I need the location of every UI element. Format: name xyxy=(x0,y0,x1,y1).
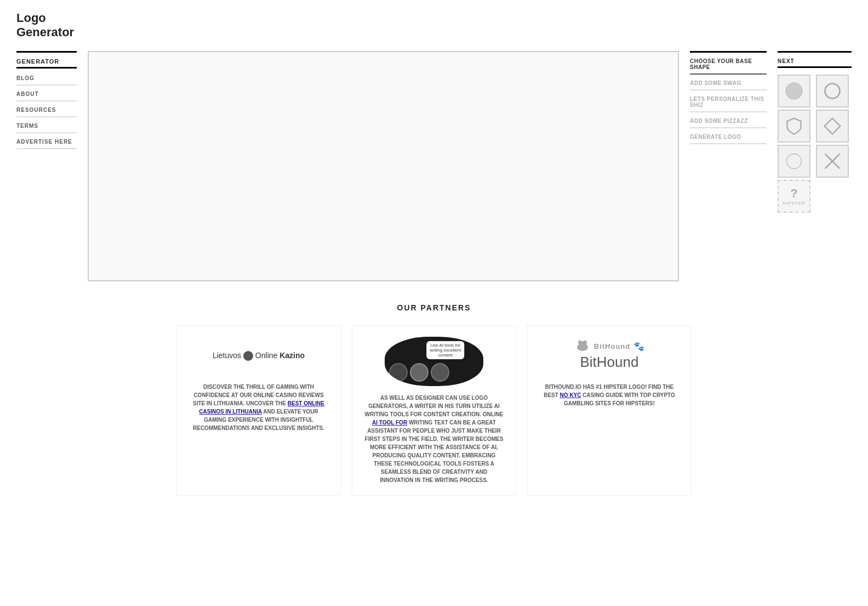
next-top-line xyxy=(778,51,852,53)
steps-panel: CHOOSE YOUR BASE SHAPE ADD SOME SWAG LET… xyxy=(690,51,767,281)
partners-title: OUR PARTNERS xyxy=(11,303,857,312)
shape-x-mark[interactable] xyxy=(816,145,849,178)
site-logo: Logo Generator xyxy=(16,11,852,40)
sidebar-item-advertise[interactable]: ADVERTISE HERE xyxy=(16,139,77,145)
svg-point-1 xyxy=(825,83,840,98)
sidebar-divider-3 xyxy=(16,116,77,117)
ai-image-container: Use AI tools forwriting excellentcontent xyxy=(385,337,483,386)
site-header: Logo Generator xyxy=(0,0,868,51)
sidebar-item-resources[interactable]: RESOURCES xyxy=(16,107,77,113)
partner-logo-text-lietuvos: Lietuvos Online Kazino xyxy=(213,351,305,361)
partner-logo-lietuvos: Lietuvos Online Kazino xyxy=(188,337,329,375)
partner-link-ai-tool[interactable]: AI TOOL FOR xyxy=(372,420,407,426)
shape-hipster[interactable]: ? HIPSTER xyxy=(778,180,810,213)
ai-circles xyxy=(385,359,454,386)
svg-marker-2 xyxy=(824,118,840,134)
step-5[interactable]: GENERATE LOGO xyxy=(690,134,767,140)
shape-circle-outline[interactable] xyxy=(816,75,849,107)
sidebar-item-blog[interactable]: BLOG xyxy=(16,75,77,81)
bithound-top: BitHound 🐾 xyxy=(574,341,644,352)
x-mark-icon xyxy=(823,151,842,171)
main-layout: GENERATOR BLOG ABOUT RESOURCES TERMS ADV… xyxy=(0,51,868,281)
step-1[interactable]: CHOOSE YOUR BASE SHAPE xyxy=(690,58,767,70)
circle-outline-icon xyxy=(823,81,842,101)
shape-circle-thin[interactable] xyxy=(778,145,810,178)
circle-thin-icon xyxy=(784,151,804,171)
shapes-grid xyxy=(778,75,852,178)
diamond-icon xyxy=(823,116,842,136)
partner-logo-bithound: BitHound 🐾 BitHound xyxy=(539,337,680,375)
ai-bubble-text: Use AI tools forwriting excellentcontent xyxy=(426,341,464,359)
hipster-question-mark: ? xyxy=(790,186,797,201)
shape-shield[interactable] xyxy=(778,110,810,143)
bithound-name: BitHound xyxy=(574,354,644,371)
dog-icon xyxy=(574,341,591,352)
shapes-panel: NEXT xyxy=(778,51,852,281)
step-divider-1 xyxy=(690,73,767,75)
partner-card-lietuvos: Lietuvos Online Kazino DISCOVER THE THRI… xyxy=(176,325,341,496)
steps-top-line xyxy=(690,51,767,53)
partner-card-ai: Use AI tools forwriting excellentcontent… xyxy=(352,325,516,496)
step-divider-5 xyxy=(690,143,767,144)
svg-point-0 xyxy=(786,82,803,99)
ai-circle-3 xyxy=(431,363,449,382)
svg-point-3 xyxy=(787,154,802,168)
hipster-label: HIPSTER xyxy=(783,201,806,206)
partner-body-ai: AS WELL AS DESIGNER CAN USE LOGO GENERAT… xyxy=(363,394,505,484)
sidebar-item-terms[interactable]: TERMS xyxy=(16,123,77,129)
partners-grid: Lietuvos Online Kazino DISCOVER THE THRI… xyxy=(11,325,857,496)
ai-dark-blob: Use AI tools forwriting excellentcontent xyxy=(385,337,483,386)
sidebar-divider-5 xyxy=(16,148,77,149)
sidebar-title: GENERATOR xyxy=(16,58,77,69)
step-divider-2 xyxy=(690,89,767,90)
next-title: NEXT xyxy=(778,58,852,68)
step-divider-3 xyxy=(690,111,767,112)
partners-section: OUR PARTNERS Lietuvos Online Kazino DISC… xyxy=(0,281,868,507)
step-3[interactable]: LETS PERSONALIZE THIS SHIZ xyxy=(690,96,767,108)
sidebar-item-about[interactable]: ABOUT xyxy=(16,91,77,97)
partner-card-bithound: BitHound 🐾 BitHound BITHOUND.IO HAS #1 H… xyxy=(527,325,692,496)
shield-icon xyxy=(784,116,804,136)
partner-body-bithound: BITHOUND.IO HAS #1 HIPSTER LOGO! FIND TH… xyxy=(539,383,680,407)
sidebar-divider-4 xyxy=(16,132,77,133)
partner-logo-ai: Use AI tools forwriting excellentcontent xyxy=(363,337,505,386)
ai-circle-1 xyxy=(389,363,408,382)
bithound-brand-label: BitHound xyxy=(594,342,630,350)
sidebar-divider-1 xyxy=(16,84,77,86)
globe-icon xyxy=(243,351,253,361)
ai-circle-2 xyxy=(410,363,429,382)
step-2[interactable]: ADD SOME SWAG xyxy=(690,80,767,86)
partner-body-lietuvos: DISCOVER THE THRILL OF GAMING WITH CONFI… xyxy=(188,383,329,432)
sidebar-divider-2 xyxy=(16,100,77,101)
step-4[interactable]: ADD SOME PIZZAZZ xyxy=(690,118,767,124)
logo-canvas xyxy=(88,51,679,281)
sidebar: GENERATOR BLOG ABOUT RESOURCES TERMS ADV… xyxy=(16,51,77,281)
partner-link-no-kyc[interactable]: NO KYC xyxy=(560,392,581,398)
shape-circle-filled[interactable] xyxy=(778,75,810,107)
sidebar-top-divider xyxy=(16,51,77,53)
paw-icon: 🐾 xyxy=(633,341,644,352)
circle-filled-icon xyxy=(784,81,804,101)
bithound-logo-area: BitHound 🐾 BitHound xyxy=(574,341,644,371)
step-divider-4 xyxy=(690,127,767,128)
shape-diamond[interactable] xyxy=(816,110,849,143)
